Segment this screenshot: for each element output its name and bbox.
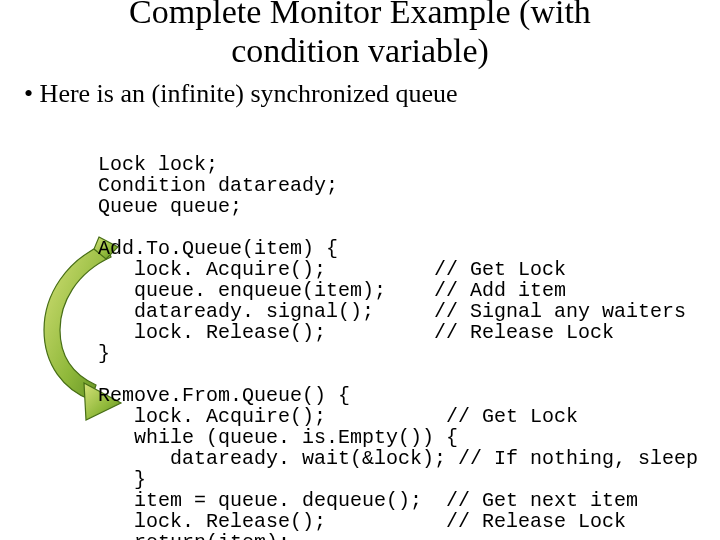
- code-remove-from-queue: Remove.From.Queue() { lock. Acquire(); /…: [98, 384, 698, 540]
- code-add-to-queue: Add.To.Queue(item) { lock. Acquire(); //…: [98, 237, 686, 365]
- slide: Complete Monitor Example (with condition…: [0, 0, 720, 540]
- code-block: Lock lock; Condition dataready; Queue qu…: [98, 154, 698, 540]
- title-line-1: Complete Monitor Example (with: [129, 0, 591, 30]
- code-declarations: Lock lock; Condition dataready; Queue qu…: [98, 153, 338, 218]
- slide-title: Complete Monitor Example (with condition…: [0, 0, 720, 70]
- bullet-text: Here is an (infinite) synchronized queue: [24, 78, 458, 109]
- title-line-2: condition variable): [231, 32, 489, 69]
